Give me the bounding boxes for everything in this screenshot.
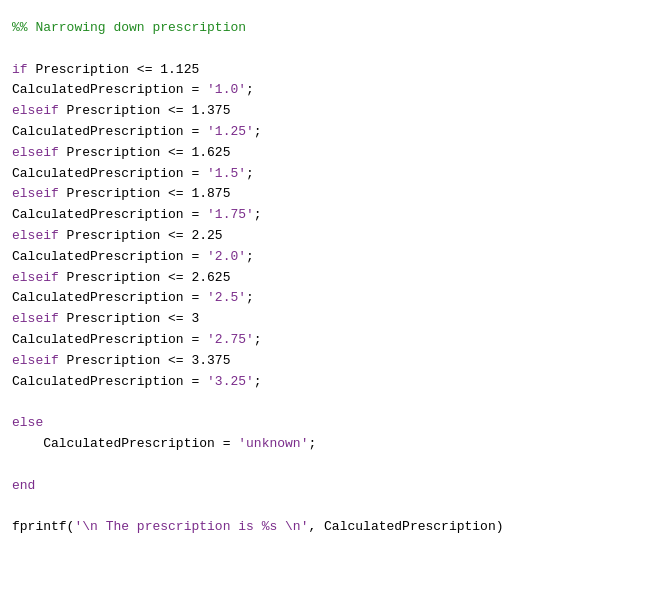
string-5: '1.5' — [207, 164, 246, 185]
normal-1: CalculatedPrescription = — [12, 80, 207, 101]
normal-5: ; — [246, 164, 254, 185]
normal-3: ; — [254, 122, 262, 143]
normal-8: Prescription <= 2.25 — [59, 226, 223, 247]
normal-14: Prescription <= 3.375 — [59, 351, 231, 372]
code-line-11: CalculatedPrescription = '2.5'; — [12, 288, 656, 309]
code-line-6: elseif Prescription <= 1.875 — [12, 184, 656, 205]
fprintf-text: fprintf('\n The prescription is %s \n', … — [12, 517, 504, 538]
normal-2: Prescription <= 1.375 — [59, 101, 231, 122]
normal-7: ; — [254, 205, 262, 226]
code-line-7: CalculatedPrescription = '1.75'; — [12, 205, 656, 226]
else-body-text: CalculatedPrescription = 'unknown'; — [12, 434, 316, 455]
code-line-15: CalculatedPrescription = '3.25'; — [12, 372, 656, 393]
code-lines: if Prescription <= 1.125 CalculatedPresc… — [12, 60, 656, 393]
comment-line: %% Narrowing down prescription — [12, 18, 656, 39]
code-line-0: if Prescription <= 1.125 — [12, 60, 656, 81]
normal-10: Prescription <= 2.625 — [59, 268, 231, 289]
code-line-8: elseif Prescription <= 2.25 — [12, 226, 656, 247]
empty-line-2 — [12, 392, 656, 413]
normal-6: Prescription <= 1.875 — [59, 184, 231, 205]
code-editor: %% Narrowing down prescription if Prescr… — [0, 10, 668, 546]
normal-5: CalculatedPrescription = — [12, 164, 207, 185]
keyword-8: elseif — [12, 226, 59, 247]
normal-15: ; — [254, 372, 262, 393]
fprintf-line: fprintf('\n The prescription is %s \n', … — [12, 517, 656, 538]
else-line: else — [12, 413, 656, 434]
string-13: '2.75' — [207, 330, 254, 351]
string-1: '1.0' — [207, 80, 246, 101]
code-line-13: CalculatedPrescription = '2.75'; — [12, 330, 656, 351]
string-3: '1.25' — [207, 122, 254, 143]
code-line-10: elseif Prescription <= 2.625 — [12, 268, 656, 289]
code-line-14: elseif Prescription <= 3.375 — [12, 351, 656, 372]
else-body: CalculatedPrescription = 'unknown'; — [12, 434, 656, 455]
keyword-14: elseif — [12, 351, 59, 372]
code-line-4: elseif Prescription <= 1.625 — [12, 143, 656, 164]
code-line-9: CalculatedPrescription = '2.0'; — [12, 247, 656, 268]
keyword-4: elseif — [12, 143, 59, 164]
code-line-5: CalculatedPrescription = '1.5'; — [12, 164, 656, 185]
code-line-12: elseif Prescription <= 3 — [12, 309, 656, 330]
end-keyword: end — [12, 476, 35, 497]
fprintf-string: '\n The prescription is %s \n' — [74, 519, 308, 534]
keyword-12: elseif — [12, 309, 59, 330]
string-11: '2.5' — [207, 288, 246, 309]
normal-15: CalculatedPrescription = — [12, 372, 207, 393]
normal-13: ; — [254, 330, 262, 351]
comment-text: %% Narrowing down prescription — [12, 18, 246, 39]
string-7: '1.75' — [207, 205, 254, 226]
normal-9: ; — [246, 247, 254, 268]
keyword-10: elseif — [12, 268, 59, 289]
end-line: end — [12, 476, 656, 497]
normal-11: ; — [246, 288, 254, 309]
code-line-2: elseif Prescription <= 1.375 — [12, 101, 656, 122]
code-line-3: CalculatedPrescription = '1.25'; — [12, 122, 656, 143]
code-line-1: CalculatedPrescription = '1.0'; — [12, 80, 656, 101]
normal-13: CalculatedPrescription = — [12, 330, 207, 351]
else-keyword: else — [12, 413, 43, 434]
string-9: '2.0' — [207, 247, 246, 268]
unknown-string: 'unknown' — [238, 436, 308, 451]
normal-11: CalculatedPrescription = — [12, 288, 207, 309]
string-15: '3.25' — [207, 372, 254, 393]
normal-7: CalculatedPrescription = — [12, 205, 207, 226]
normal-1: ; — [246, 80, 254, 101]
empty-line-4 — [12, 496, 656, 517]
empty-line-3 — [12, 455, 656, 476]
normal-0: Prescription <= 1.125 — [28, 60, 200, 81]
keyword-2: elseif — [12, 101, 59, 122]
keyword-0: if — [12, 60, 28, 81]
normal-4: Prescription <= 1.625 — [59, 143, 231, 164]
normal-12: Prescription <= 3 — [59, 309, 199, 330]
normal-9: CalculatedPrescription = — [12, 247, 207, 268]
empty-line-1 — [12, 39, 656, 60]
keyword-6: elseif — [12, 184, 59, 205]
normal-3: CalculatedPrescription = — [12, 122, 207, 143]
